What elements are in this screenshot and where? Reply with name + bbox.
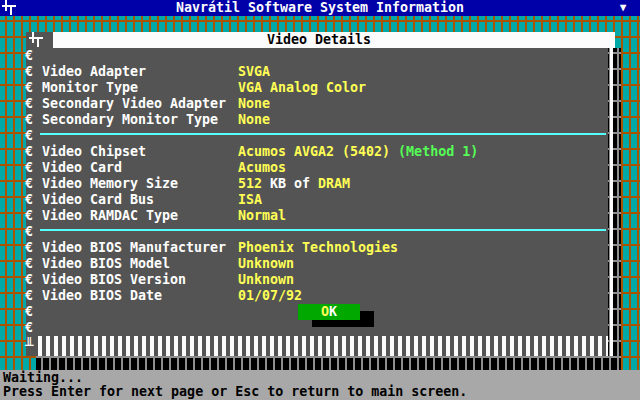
dialog-row-field: Video BIOS ManufacturerPhoenix Technolog… <box>42 240 602 256</box>
dialog-row-field: Video Card BusISA <box>42 192 602 208</box>
field-value: Normal <box>238 208 286 223</box>
field-label: Video Chipset <box>42 144 238 160</box>
field-value: Unknown <box>238 256 294 271</box>
dialog-left-border: € € € € € € € € € € € € € € € € € € <box>25 48 33 336</box>
dialog-right-border <box>610 48 613 356</box>
field-label: Video BIOS Date <box>42 288 238 304</box>
dialog-bottom-border <box>38 336 608 356</box>
dialog-row-field: Video CardAcumos <box>42 160 602 176</box>
field-value: DRAM <box>318 176 350 191</box>
screen: Navrátil Software System Information ▼ V… <box>0 0 640 400</box>
dialog-row-field: Monitor TypeVGA Analog Color <box>42 80 602 96</box>
ok-button-label: O <box>321 304 329 319</box>
field-label: Video Adapter <box>42 64 238 80</box>
status-waiting: Waiting... <box>3 371 83 385</box>
field-value: 01/07/92 <box>238 288 302 303</box>
dialog-row-field: Secondary Video AdapterNone <box>42 96 602 112</box>
dialog-row-field: Video BIOS Date01/07/92 <box>42 288 602 304</box>
field-label: Secondary Monitor Type <box>42 112 238 128</box>
status-hint: Press Enter for next page or Esc to retu… <box>3 385 467 399</box>
field-value: KB of <box>270 176 318 191</box>
separator-line <box>40 133 606 135</box>
field-value: Phoenix Technologies <box>238 240 398 255</box>
dialog-row-field: Video Memory Size512 KB of DRAM <box>42 176 602 192</box>
ok-button-label: K <box>329 304 337 319</box>
dialog-row-button: OK <box>42 304 602 320</box>
dialog-corner-glyph: ╨ <box>25 337 33 353</box>
dialog-row-field: Video BIOS ModelUnknown <box>42 256 602 272</box>
field-value: ISA <box>238 192 262 207</box>
field-value: 512 <box>238 176 270 191</box>
dialog-rows: Video AdapterSVGAMonitor TypeVGA Analog … <box>42 48 602 336</box>
app-title: Navrátil Software System Information <box>0 0 640 16</box>
dialog-row-blank <box>42 48 602 64</box>
field-label: Video Card Bus <box>42 192 238 208</box>
field-value: VGA Analog Color <box>238 80 366 95</box>
field-label: Video Memory Size <box>42 176 238 192</box>
dialog-row-separator <box>42 224 602 240</box>
dialog-title: Video Details <box>26 32 612 48</box>
field-value: Unknown <box>238 272 294 287</box>
field-value: None <box>238 112 270 127</box>
dialog-row-blank <box>42 320 602 336</box>
dialog-row-field: Video RAMDAC TypeNormal <box>42 208 602 224</box>
field-value: None <box>238 96 270 111</box>
field-value: SVGA <box>238 64 270 79</box>
field-label: Video BIOS Manufacturer <box>42 240 238 256</box>
field-label: Video BIOS Version <box>42 272 238 288</box>
field-value: (Method 1) <box>398 144 478 159</box>
dialog-row-field: Video ChipsetAcumos AVGA2 (5402) (Method… <box>42 144 602 160</box>
separator-line <box>40 229 606 231</box>
dialog-row-field: Secondary Monitor TypeNone <box>42 112 602 128</box>
status-bar: Waiting... Press Enter for next page or … <box>0 370 640 400</box>
dialog-row-field: Video AdapterSVGA <box>42 64 602 80</box>
down-triangle-icon[interactable]: ▼ <box>614 1 632 15</box>
dialog-row-field: Video BIOS VersionUnknown <box>42 272 602 288</box>
ok-button[interactable]: OK <box>298 304 360 320</box>
field-label: Video RAMDAC Type <box>42 208 238 224</box>
field-label: Video BIOS Model <box>42 256 238 272</box>
field-label: Video Card <box>42 160 238 176</box>
field-label: Monitor Type <box>42 80 238 96</box>
app-title-bar: Navrátil Software System Information ▼ <box>0 0 640 16</box>
field-label: Secondary Video Adapter <box>42 96 238 112</box>
dialog-row-separator <box>42 128 602 144</box>
field-value: Acumos AVGA2 (5402) <box>238 144 398 159</box>
field-value: Acumos <box>238 160 286 175</box>
